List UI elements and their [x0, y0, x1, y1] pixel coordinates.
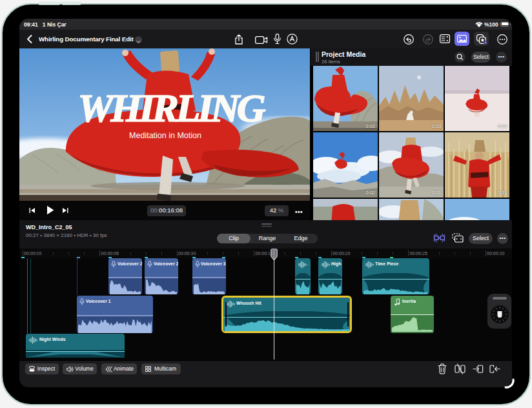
svg-text:Meditation in Motion: Meditation in Motion — [129, 131, 201, 140]
svg-text:WHIRLING: WHIRLING — [78, 86, 266, 130]
